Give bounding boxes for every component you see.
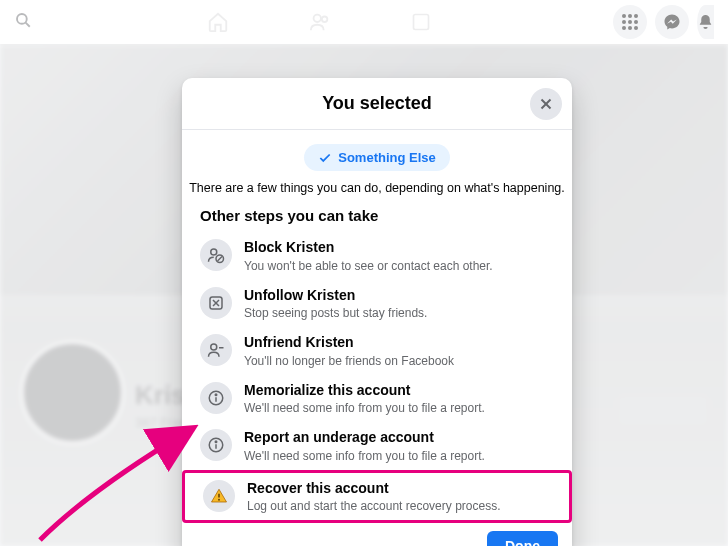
- action-row-info[interactable]: Memorialize this accountWe'll need some …: [182, 375, 572, 423]
- warning-icon: [203, 480, 235, 512]
- info-icon: [200, 429, 232, 461]
- dialog-header: You selected: [182, 78, 572, 130]
- dialog-intro-text: There are a few things you can do, depen…: [182, 181, 572, 195]
- action-title: Unfollow Kristen: [244, 287, 427, 305]
- action-row-unfriend[interactable]: Unfriend KristenYou'll no longer be frie…: [182, 327, 572, 375]
- action-text: Report an underage accountWe'll need som…: [244, 429, 485, 463]
- action-subtitle: We'll need some info from you to file a …: [244, 449, 485, 463]
- dialog-title: You selected: [322, 93, 432, 114]
- action-text: Recover this accountLog out and start th…: [247, 480, 500, 514]
- action-title: Block Kristen: [244, 239, 493, 257]
- action-text: Unfollow KristenStop seeing posts but st…: [244, 287, 427, 321]
- action-text: Block KristenYou won't be able to see or…: [244, 239, 493, 273]
- section-title: Other steps you can take: [182, 207, 572, 232]
- chip-label: Something Else: [338, 150, 436, 165]
- action-subtitle: You'll no longer be friends on Facebook: [244, 354, 454, 368]
- info-icon: [200, 382, 232, 414]
- action-subtitle: You won't be able to see or contact each…: [244, 259, 493, 273]
- check-icon: [318, 151, 332, 165]
- done-button[interactable]: Done: [487, 531, 558, 546]
- svg-point-7: [211, 249, 217, 255]
- person-block-icon: [200, 239, 232, 271]
- action-row-person-block[interactable]: Block KristenYou won't be able to see or…: [182, 232, 572, 280]
- action-row-info[interactable]: Report an underage accountWe'll need som…: [182, 422, 572, 470]
- report-dialog: You selected Something Else There are a …: [182, 78, 572, 546]
- action-title: Memorialize this account: [244, 382, 485, 400]
- action-row-unfollow[interactable]: Unfollow KristenStop seeing posts but st…: [182, 280, 572, 328]
- action-subtitle: Log out and start the account recovery p…: [247, 499, 500, 513]
- close-icon: [537, 95, 555, 113]
- svg-point-17: [215, 393, 217, 395]
- action-row-warning[interactable]: Recover this accountLog out and start th…: [182, 470, 572, 524]
- action-title: Unfriend Kristen: [244, 334, 454, 352]
- action-title: Report an underage account: [244, 429, 485, 447]
- svg-point-20: [215, 441, 217, 443]
- svg-line-9: [218, 257, 223, 262]
- unfriend-icon: [200, 334, 232, 366]
- action-title: Recover this account: [247, 480, 500, 498]
- selected-reason-chip[interactable]: Something Else: [304, 144, 450, 171]
- action-subtitle: We'll need some info from you to file a …: [244, 401, 485, 415]
- action-subtitle: Stop seeing posts but stay friends.: [244, 306, 427, 320]
- action-text: Memorialize this accountWe'll need some …: [244, 382, 485, 416]
- action-text: Unfriend KristenYou'll no longer be frie…: [244, 334, 454, 368]
- dialog-footer: Done: [182, 523, 572, 546]
- close-button[interactable]: [530, 88, 562, 120]
- svg-point-22: [218, 498, 220, 500]
- svg-point-13: [211, 344, 217, 350]
- unfollow-icon: [200, 287, 232, 319]
